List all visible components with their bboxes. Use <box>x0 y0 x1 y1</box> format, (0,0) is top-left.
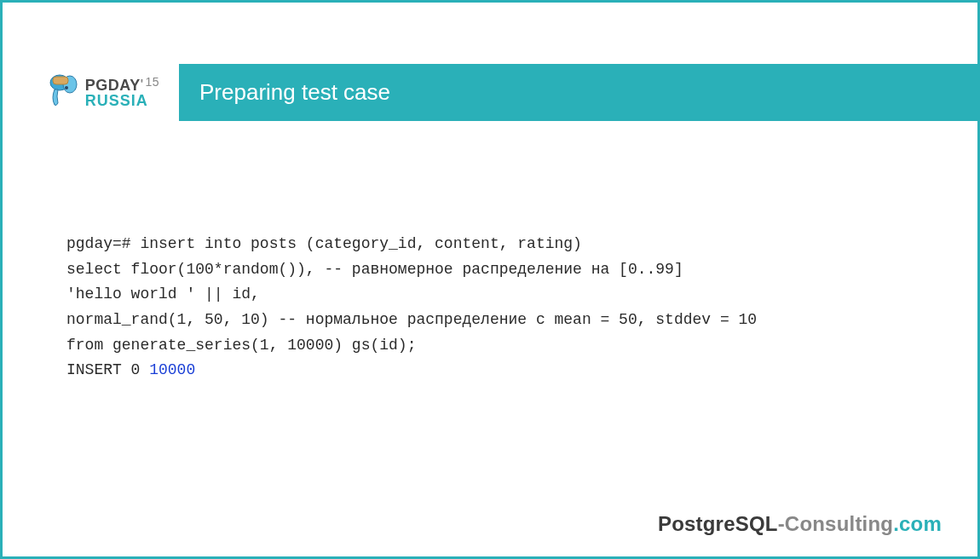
code-line-3: 'hello world ' || id, <box>66 285 260 303</box>
code-line-6-count: 10000 <box>149 361 195 378</box>
logo-russia: RUSSIA <box>85 93 159 108</box>
slide-title: Preparing test case <box>179 64 977 121</box>
logo-year: 15 <box>146 76 160 88</box>
svg-point-3 <box>65 86 68 89</box>
logo-line1: PGDAY'15 <box>85 78 159 93</box>
logo-pgday: PGDAY <box>85 78 141 93</box>
slide-header: PGDAY'15 RUSSIA Preparing test case <box>3 64 977 121</box>
code-line-4: normal_rand(1, 50, 10) -- нормальное рас… <box>66 311 757 328</box>
footer-dotcom: .com <box>893 512 942 535</box>
footer-brand: PostgreSQL-Consulting.com <box>658 512 942 536</box>
svg-rect-2 <box>53 77 68 84</box>
pgday-logo: PGDAY'15 RUSSIA <box>48 74 159 112</box>
code-line-1: pgday=# insert into posts (category_id, … <box>66 235 582 252</box>
logo-area: PGDAY'15 RUSSIA <box>3 64 179 121</box>
code-block: pgday=# insert into posts (category_id, … <box>3 121 977 383</box>
code-line-6-prefix: INSERT 0 <box>66 361 149 378</box>
logo-text: PGDAY'15 RUSSIA <box>85 78 159 108</box>
elephant-icon <box>48 74 80 112</box>
code-line-5: from generate_series(1, 10000) gs(id); <box>66 337 416 354</box>
footer-sql: SQL <box>735 512 778 535</box>
footer-consulting: -Consulting <box>778 512 894 535</box>
code-line-2: select floor(100*random()), -- равномерн… <box>66 261 683 278</box>
slide: PGDAY'15 RUSSIA Preparing test case pgda… <box>0 0 980 559</box>
footer-postgre: Postgre <box>658 512 735 535</box>
logo-apostrophe: ' <box>141 78 144 89</box>
